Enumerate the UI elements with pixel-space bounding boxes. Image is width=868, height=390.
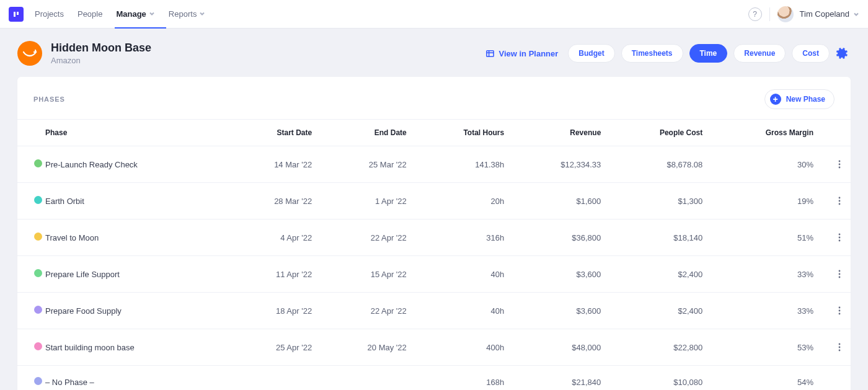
pill-time[interactable]: Time: [689, 44, 728, 63]
phase-start: 25 Apr '22: [226, 329, 319, 366]
nav-tab-label: Reports: [169, 9, 197, 19]
view-in-planner-link[interactable]: View in Planner: [485, 49, 559, 58]
settings-button[interactable]: [833, 45, 851, 62]
svg-point-17: [839, 313, 841, 315]
svg-point-11: [839, 240, 841, 242]
svg-point-14: [839, 277, 841, 278]
nav-tab-reports[interactable]: Reports: [169, 0, 206, 28]
row-actions-kebab[interactable]: [835, 231, 844, 244]
divider: [769, 7, 770, 21]
nav-tab-manage[interactable]: Manage: [116, 0, 154, 28]
app-logo[interactable]: [9, 7, 24, 22]
svg-point-6: [839, 197, 841, 199]
phases-table: Phase Start Date End Date Total Hours Re…: [17, 119, 851, 390]
phase-revenue: $1,600: [510, 183, 607, 219]
nav-tab-people[interactable]: People: [78, 0, 102, 28]
logo-icon: [12, 11, 20, 18]
phase-people-cost: $1,300: [607, 183, 709, 219]
pill-cost[interactable]: Cost: [792, 44, 830, 63]
chevron-down-icon: [149, 9, 155, 19]
phase-hours: 168h: [413, 366, 510, 391]
phase-start: 28 Mar '22: [226, 183, 319, 219]
phase-name: Start building moon base: [45, 329, 226, 366]
svg-point-3: [839, 161, 841, 162]
gear-icon: [836, 47, 848, 60]
phase-start: [226, 366, 319, 391]
view-in-planner-label: View in Planner: [499, 49, 559, 58]
row-actions-kebab[interactable]: [835, 194, 844, 208]
chevron-down-icon: [199, 9, 205, 19]
table-row: Travel to Moon4 Apr '2222 Apr '22316h$36…: [17, 219, 851, 256]
svg-point-12: [839, 270, 841, 272]
phase-people-cost: $22,800: [607, 329, 709, 366]
report-pills: BudgetTimesheetsTimeRevenueCost: [568, 44, 830, 63]
phase-margin: 30%: [709, 146, 820, 183]
svg-point-19: [839, 347, 841, 348]
new-phase-label: New Phase: [786, 95, 825, 104]
chevron-down-icon[interactable]: [853, 9, 859, 20]
phase-name: Prepare Life Support: [45, 256, 226, 293]
row-actions-kebab[interactable]: [835, 267, 844, 281]
row-actions-kebab[interactable]: [835, 304, 844, 317]
svg-point-9: [839, 234, 841, 236]
phase-margin: 51%: [709, 219, 820, 256]
project-company: Amazon: [51, 56, 151, 65]
svg-point-8: [839, 203, 841, 205]
phase-hours: 316h: [413, 219, 510, 256]
phase-hours: 141.38h: [413, 146, 510, 183]
svg-rect-0: [486, 50, 493, 56]
phase-margin: 54%: [709, 366, 820, 391]
svg-point-4: [839, 164, 841, 166]
help-icon[interactable]: ?: [748, 7, 762, 21]
pill-budget[interactable]: Budget: [568, 44, 614, 63]
new-phase-button[interactable]: + New Phase: [764, 89, 835, 109]
svg-point-7: [839, 200, 841, 202]
phase-start: 4 Apr '22: [226, 219, 319, 256]
table-row: Prepare Life Support11 Apr '2215 Apr '22…: [17, 256, 851, 293]
avatar[interactable]: [777, 6, 794, 22]
row-actions-kebab[interactable]: [835, 157, 844, 171]
phases-table-head: Phase Start Date End Date Total Hours Re…: [17, 120, 851, 146]
phase-people-cost: $2,400: [607, 256, 709, 293]
phase-people-cost: $10,080: [607, 366, 709, 391]
plus-icon: +: [770, 94, 781, 105]
phase-end: 15 Apr '22: [318, 256, 413, 293]
svg-point-15: [839, 307, 841, 309]
svg-point-13: [839, 273, 841, 275]
phase-revenue: $21,840: [510, 366, 607, 391]
project-title: Hidden Moon Base: [51, 42, 151, 55]
svg-point-5: [839, 167, 841, 169]
row-actions-kebab[interactable]: [835, 340, 844, 354]
phase-margin: 53%: [709, 329, 820, 366]
phase-hours: 40h: [413, 293, 510, 329]
pill-revenue[interactable]: Revenue: [733, 44, 786, 63]
phase-margin: 33%: [709, 256, 820, 293]
phase-margin: 33%: [709, 293, 820, 329]
svg-point-10: [839, 237, 841, 239]
phase-color-dot: [34, 159, 42, 167]
phase-color-dot: [34, 377, 42, 385]
phase-color-dot: [34, 196, 42, 204]
nav-tab-projects[interactable]: Projects: [35, 0, 64, 28]
pill-timesheets[interactable]: Timesheets: [621, 44, 683, 63]
table-row: Earth Orbit28 Mar '221 Apr '2220h$1,600$…: [17, 183, 851, 219]
phase-color-dot: [34, 342, 42, 350]
phases-section-label: PHASES: [33, 95, 65, 103]
col-hours: Total Hours: [413, 120, 510, 146]
phase-color-dot: [34, 306, 42, 314]
svg-point-20: [839, 350, 841, 352]
phase-name: Travel to Moon: [45, 219, 226, 256]
phase-end: 1 Apr '22: [318, 183, 413, 219]
phase-hours: 40h: [413, 256, 510, 293]
phase-revenue: $48,000: [510, 329, 607, 366]
phase-color-dot: [34, 269, 42, 277]
phase-end: 20 May '22: [318, 329, 413, 366]
user-name[interactable]: Tim Copeland: [800, 9, 849, 19]
project-header: Hidden Moon Base Amazon View in Planner …: [0, 29, 868, 77]
phase-revenue: $36,800: [510, 219, 607, 256]
col-margin: Gross Margin: [709, 120, 820, 146]
table-row: Pre-Launch Ready Check14 Mar '2225 Mar '…: [17, 146, 851, 183]
phase-end: 25 Mar '22: [318, 146, 413, 183]
phase-hours: 400h: [413, 329, 510, 366]
col-revenue: Revenue: [510, 120, 607, 146]
